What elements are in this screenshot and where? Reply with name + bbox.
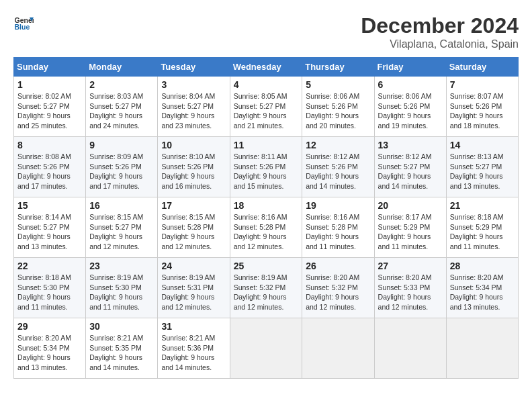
logo: General Blue bbox=[13, 13, 34, 34]
day-number: 11 bbox=[234, 140, 299, 150]
calendar-cell: 3Sunrise: 8:04 AM Sunset: 5:27 PM Daylig… bbox=[158, 77, 230, 137]
calendar-cell: 14Sunrise: 8:13 AM Sunset: 5:27 PM Dayli… bbox=[446, 137, 518, 197]
day-info: Sunrise: 8:04 AM Sunset: 5:27 PM Dayligh… bbox=[161, 91, 226, 131]
day-info: Sunrise: 8:12 AM Sunset: 5:27 PM Dayligh… bbox=[378, 152, 443, 191]
day-number: 30 bbox=[89, 321, 154, 332]
day-number: 20 bbox=[378, 200, 443, 211]
day-number: 10 bbox=[161, 140, 226, 150]
calendar-cell: 12Sunrise: 8:12 AM Sunset: 5:26 PM Dayli… bbox=[302, 137, 374, 197]
day-info: Sunrise: 8:18 AM Sunset: 5:30 PM Dayligh… bbox=[17, 273, 82, 312]
calendar-cell: 22Sunrise: 8:18 AM Sunset: 5:30 PM Dayli… bbox=[14, 258, 86, 318]
day-info: Sunrise: 8:07 AM Sunset: 5:26 PM Dayligh… bbox=[450, 91, 515, 131]
day-number: 21 bbox=[450, 200, 515, 211]
day-number: 16 bbox=[89, 200, 154, 211]
day-number: 6 bbox=[378, 79, 443, 90]
day-info: Sunrise: 8:02 AM Sunset: 5:27 PM Dayligh… bbox=[17, 91, 82, 131]
day-info: Sunrise: 8:19 AM Sunset: 5:31 PM Dayligh… bbox=[161, 273, 226, 312]
day-number: 4 bbox=[234, 79, 299, 90]
week-row-5: 29Sunrise: 8:20 AM Sunset: 5:34 PM Dayli… bbox=[14, 318, 519, 379]
calendar-cell: 5Sunrise: 8:06 AM Sunset: 5:26 PM Daylig… bbox=[302, 77, 374, 137]
calendar-cell: 21Sunrise: 8:18 AM Sunset: 5:29 PM Dayli… bbox=[446, 197, 518, 258]
day-info: Sunrise: 8:03 AM Sunset: 5:27 PM Dayligh… bbox=[89, 91, 154, 131]
header-saturday: Saturday bbox=[446, 58, 518, 77]
day-number: 5 bbox=[306, 79, 370, 90]
day-number: 15 bbox=[17, 200, 82, 211]
header-thursday: Thursday bbox=[302, 58, 374, 77]
calendar-table: SundayMondayTuesdayWednesdayThursdayFrid… bbox=[13, 57, 519, 379]
day-info: Sunrise: 8:16 AM Sunset: 5:28 PM Dayligh… bbox=[234, 212, 299, 252]
calendar-cell: 30Sunrise: 8:21 AM Sunset: 5:35 PM Dayli… bbox=[86, 318, 158, 379]
day-info: Sunrise: 8:06 AM Sunset: 5:26 PM Dayligh… bbox=[306, 91, 370, 131]
calendar-cell: 10Sunrise: 8:10 AM Sunset: 5:26 PM Dayli… bbox=[158, 137, 230, 197]
calendar-cell bbox=[302, 318, 374, 379]
calendar-cell: 23Sunrise: 8:19 AM Sunset: 5:30 PM Dayli… bbox=[86, 258, 158, 318]
calendar-cell: 2Sunrise: 8:03 AM Sunset: 5:27 PM Daylig… bbox=[86, 77, 158, 137]
header-friday: Friday bbox=[374, 58, 446, 77]
day-info: Sunrise: 8:09 AM Sunset: 5:26 PM Dayligh… bbox=[89, 152, 154, 191]
header-monday: Monday bbox=[86, 58, 158, 77]
day-number: 24 bbox=[161, 261, 226, 271]
day-number: 1 bbox=[17, 79, 82, 90]
day-info: Sunrise: 8:20 AM Sunset: 5:33 PM Dayligh… bbox=[378, 273, 443, 312]
month-title: December 2024 bbox=[361, 13, 519, 38]
day-info: Sunrise: 8:21 AM Sunset: 5:35 PM Dayligh… bbox=[89, 333, 154, 373]
week-row-4: 22Sunrise: 8:18 AM Sunset: 5:30 PM Dayli… bbox=[14, 258, 519, 318]
logo-icon: General Blue bbox=[13, 13, 34, 34]
week-row-2: 8Sunrise: 8:08 AM Sunset: 5:26 PM Daylig… bbox=[14, 137, 519, 197]
calendar-cell: 4Sunrise: 8:05 AM Sunset: 5:27 PM Daylig… bbox=[230, 77, 302, 137]
calendar-cell: 29Sunrise: 8:20 AM Sunset: 5:34 PM Dayli… bbox=[14, 318, 86, 379]
day-info: Sunrise: 8:08 AM Sunset: 5:26 PM Dayligh… bbox=[17, 152, 82, 191]
day-number: 9 bbox=[89, 140, 154, 150]
calendar-cell: 26Sunrise: 8:20 AM Sunset: 5:32 PM Dayli… bbox=[302, 258, 374, 318]
day-info: Sunrise: 8:16 AM Sunset: 5:28 PM Dayligh… bbox=[306, 212, 370, 252]
day-number: 29 bbox=[17, 321, 82, 332]
day-info: Sunrise: 8:14 AM Sunset: 5:27 PM Dayligh… bbox=[17, 212, 82, 252]
calendar-cell: 7Sunrise: 8:07 AM Sunset: 5:26 PM Daylig… bbox=[446, 77, 518, 137]
calendar-cell bbox=[230, 318, 302, 379]
day-info: Sunrise: 8:17 AM Sunset: 5:29 PM Dayligh… bbox=[378, 212, 443, 252]
day-number: 26 bbox=[306, 261, 370, 271]
day-info: Sunrise: 8:21 AM Sunset: 5:36 PM Dayligh… bbox=[161, 333, 226, 373]
day-info: Sunrise: 8:20 AM Sunset: 5:34 PM Dayligh… bbox=[450, 273, 515, 312]
day-number: 7 bbox=[450, 79, 515, 90]
day-number: 19 bbox=[306, 200, 370, 211]
day-info: Sunrise: 8:06 AM Sunset: 5:26 PM Dayligh… bbox=[378, 91, 443, 131]
day-info: Sunrise: 8:15 AM Sunset: 5:28 PM Dayligh… bbox=[161, 212, 226, 252]
day-number: 3 bbox=[161, 79, 226, 90]
day-number: 8 bbox=[17, 140, 82, 150]
day-info: Sunrise: 8:20 AM Sunset: 5:32 PM Dayligh… bbox=[306, 273, 370, 312]
calendar-cell: 18Sunrise: 8:16 AM Sunset: 5:28 PM Dayli… bbox=[230, 197, 302, 258]
day-info: Sunrise: 8:15 AM Sunset: 5:27 PM Dayligh… bbox=[89, 212, 154, 252]
calendar-cell: 6Sunrise: 8:06 AM Sunset: 5:26 PM Daylig… bbox=[374, 77, 446, 137]
day-info: Sunrise: 8:12 AM Sunset: 5:26 PM Dayligh… bbox=[306, 152, 370, 191]
calendar-cell: 27Sunrise: 8:20 AM Sunset: 5:33 PM Dayli… bbox=[374, 258, 446, 318]
day-number: 23 bbox=[89, 261, 154, 271]
page-header: General Blue December 2024 Vilaplana, Ca… bbox=[13, 13, 519, 50]
header-tuesday: Tuesday bbox=[158, 58, 230, 77]
day-number: 13 bbox=[378, 140, 443, 150]
calendar-cell: 19Sunrise: 8:16 AM Sunset: 5:28 PM Dayli… bbox=[302, 197, 374, 258]
calendar-cell: 15Sunrise: 8:14 AM Sunset: 5:27 PM Dayli… bbox=[14, 197, 86, 258]
day-number: 25 bbox=[234, 261, 299, 271]
calendar-cell: 25Sunrise: 8:19 AM Sunset: 5:32 PM Dayli… bbox=[230, 258, 302, 318]
day-info: Sunrise: 8:05 AM Sunset: 5:27 PM Dayligh… bbox=[234, 91, 299, 131]
calendar-cell: 28Sunrise: 8:20 AM Sunset: 5:34 PM Dayli… bbox=[446, 258, 518, 318]
day-number: 22 bbox=[17, 261, 82, 271]
day-number: 28 bbox=[450, 261, 515, 271]
day-number: 27 bbox=[378, 261, 443, 271]
calendar-cell: 1Sunrise: 8:02 AM Sunset: 5:27 PM Daylig… bbox=[14, 77, 86, 137]
day-info: Sunrise: 8:19 AM Sunset: 5:32 PM Dayligh… bbox=[234, 273, 299, 312]
calendar-cell: 9Sunrise: 8:09 AM Sunset: 5:26 PM Daylig… bbox=[86, 137, 158, 197]
day-info: Sunrise: 8:20 AM Sunset: 5:34 PM Dayligh… bbox=[17, 333, 82, 373]
day-number: 31 bbox=[161, 321, 226, 332]
week-row-3: 15Sunrise: 8:14 AM Sunset: 5:27 PM Dayli… bbox=[14, 197, 519, 258]
day-number: 17 bbox=[161, 200, 226, 211]
day-number: 2 bbox=[89, 79, 154, 90]
location-subtitle: Vilaplana, Catalonia, Spain bbox=[361, 38, 519, 50]
day-number: 12 bbox=[306, 140, 370, 150]
header-row: SundayMondayTuesdayWednesdayThursdayFrid… bbox=[14, 58, 519, 77]
day-number: 18 bbox=[234, 200, 299, 211]
day-info: Sunrise: 8:19 AM Sunset: 5:30 PM Dayligh… bbox=[89, 273, 154, 312]
day-info: Sunrise: 8:18 AM Sunset: 5:29 PM Dayligh… bbox=[450, 212, 515, 252]
calendar-cell: 24Sunrise: 8:19 AM Sunset: 5:31 PM Dayli… bbox=[158, 258, 230, 318]
